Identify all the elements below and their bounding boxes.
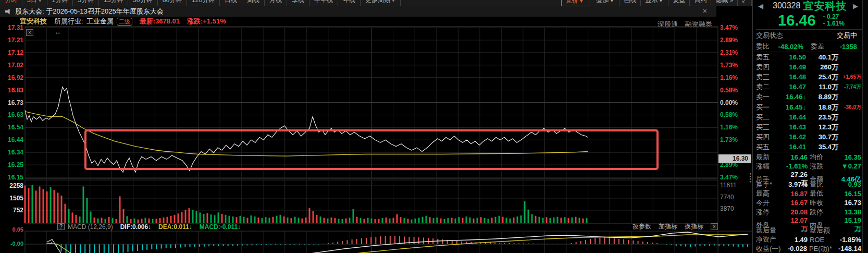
stat-row: 涨停20.08跌停13.38	[756, 208, 862, 217]
macd-close-icon[interactable]: ×	[711, 223, 718, 230]
price-tag: 16.30	[718, 154, 751, 163]
tab-1[interactable]: 5日▼	[22, 0, 47, 6]
percent-axis-label: 0.00%	[720, 99, 750, 106]
close-icon[interactable]: ×	[703, 7, 707, 15]
percent-axis-label: 2.89%	[720, 37, 750, 44]
tab-11[interactable]: 季线	[287, 0, 309, 6]
link-margin-trading[interactable]: 融资融券	[685, 20, 712, 29]
intraday-chart[interactable]	[0, 0, 752, 253]
order-level-row[interactable]: 买二16.4423.5万	[756, 112, 862, 122]
tab-12[interactable]: 半年线	[309, 0, 338, 6]
volume-axis-label: 2258	[0, 182, 23, 189]
percent-axis-label: 3.47%	[720, 174, 750, 181]
tab-9[interactable]: 周线	[242, 0, 265, 6]
percent-axis-label: 1.73%	[720, 136, 750, 143]
delta-value: +1.65万	[838, 74, 862, 81]
percent-axis-label: 1.16%	[720, 124, 750, 131]
stat-row: 换手*3.97%量比0.93	[756, 180, 862, 189]
chart-close-icon[interactable]: ×	[26, 29, 33, 36]
announcement-bar: 股东大会: 于2026-05-13召开2025年年度股东大会 ×	[0, 6, 716, 17]
price-change-pct: - 1.61%	[823, 20, 845, 27]
announcement-text: 股东大会: 于2026-05-13召开2025年年度股东大会	[15, 7, 164, 16]
toolbar-button-2[interactable]: 画线	[619, 0, 641, 6]
toolbar-button-3[interactable]: 显示▼	[641, 0, 668, 6]
stock-name: 宜安科技	[20, 17, 47, 26]
weicha-value: -1358	[827, 43, 862, 51]
period-tabs: 分时5日▼1分钟5分钟15分钟30分钟60分钟120分钟日线周线月线季线半年线年…	[0, 0, 401, 6]
link-szse-connect[interactable]: 深股通	[658, 20, 678, 29]
stat-row: 盘后量—盘后额—	[756, 226, 862, 235]
stat-row: 总手27.26万金额4.46亿	[756, 171, 862, 180]
order-level-row[interactable]: 买五16.4135.4万	[756, 142, 862, 152]
change-params-button[interactable]: 改参数	[633, 222, 651, 231]
panel-drag-handle[interactable]: ●●●●	[749, 172, 751, 183]
period-toolbar: 分时5日▼1分钟5分钟15分钟30分钟60分钟120分钟日线周线月线季线半年线年…	[0, 0, 752, 6]
stat-row: 最新16.46均价16.35	[756, 152, 862, 162]
market-links: 深股通 融资融券	[658, 20, 712, 29]
price-axis-label: 16.15	[0, 174, 23, 181]
last-price: 16.46	[778, 12, 816, 29]
order-level-row[interactable]: 买四16.4230.7万	[756, 132, 862, 142]
order-level-row[interactable]: 卖三16.4825.4万+1.65万	[756, 72, 862, 82]
price-axis-label: 17.31	[0, 24, 23, 31]
tab-6[interactable]: 60分钟	[158, 0, 187, 6]
next-stock-button[interactable]: ▶	[851, 2, 860, 10]
volume-axis-label: 1505	[0, 195, 23, 202]
toolbar-button-0[interactable]: 竞价▼	[561, 0, 589, 6]
switch-indicator-button[interactable]: 换指标	[685, 222, 703, 231]
tab-5[interactable]: 30分钟	[128, 0, 157, 6]
ask-levels: 卖五16.5040.1万卖四16.49260万卖三16.4825.4万+1.65…	[756, 52, 862, 102]
price-axis-label: 17.02	[0, 62, 23, 69]
help-icon[interactable]: ?	[57, 223, 65, 230]
stock-app-window: 分时5日▼1分钟5分钟15分钟30分钟60分钟120分钟日线周线月线季线半年线年…	[0, 0, 868, 253]
price-axis-label: 16.34	[0, 149, 23, 156]
stat-rows: 最新16.46均价16.35涨幅-1.61%涨跌▼0.27总手27.26万金额4…	[756, 152, 862, 253]
tab-4[interactable]: 15分钟	[99, 0, 128, 6]
tab-10[interactable]: 月线	[265, 0, 287, 6]
tab-0[interactable]: 分时	[0, 0, 22, 6]
price-axis-label: 17.21	[0, 37, 23, 44]
status-label: 交易状态	[756, 31, 783, 40]
annotation-highlight-box	[84, 129, 659, 170]
stock-code: 300328	[773, 1, 800, 10]
tab-8[interactable]: 日线	[220, 0, 242, 6]
order-level-row[interactable]: 卖四16.49260万	[756, 62, 862, 72]
industry-label: 所属行业:	[54, 17, 83, 26]
toolbar-button-5[interactable]: 简约	[690, 0, 711, 6]
tab-14[interactable]: 更多周期▼	[361, 0, 401, 6]
stock-info-bar: 宜安科技 所属行业: 工业金属 二级 最新:3678.01 涨跌:+1.51%	[0, 17, 718, 26]
stat-row: 最高16.87最低16.15	[756, 189, 862, 198]
weibi-label: 委比	[756, 42, 774, 51]
tab-3[interactable]: 5分钟	[73, 0, 99, 6]
weicha-label: 委差	[809, 42, 827, 51]
drag-handle-icon[interactable]: ↔	[54, 28, 61, 36]
industry-level-badge[interactable]: 二级	[117, 18, 132, 26]
prev-stock-button[interactable]: ◀	[756, 2, 765, 10]
volume-axis-label: 752	[0, 207, 23, 214]
tab-13[interactable]: 年线	[338, 0, 361, 6]
status-value: 交易中	[837, 31, 857, 40]
toolbar-button-1[interactable]: 叠加▼	[592, 0, 620, 6]
order-level-row[interactable]: 卖一16.46↓8.89万	[756, 92, 862, 102]
order-level-row[interactable]: 买一16.45↓18.8万-36.0万	[756, 102, 862, 112]
price-axis-label: 16.54	[0, 124, 23, 131]
order-level-row[interactable]: 卖五16.5040.1万	[756, 52, 862, 62]
tab-7[interactable]: 120分钟	[187, 0, 220, 6]
volume-axis-label: 3870	[720, 205, 734, 212]
price-axis-label: 16.83	[0, 87, 23, 94]
chevron-down-icon: ▼	[658, 0, 664, 4]
chevron-down-icon: ▼	[38, 0, 42, 3]
industry-value[interactable]: 工业金属	[86, 17, 114, 26]
add-indicator-button[interactable]: 加指标	[659, 222, 677, 231]
percent-axis-label: 1.73%	[720, 62, 750, 69]
toolbar-button-6[interactable]: 隐藏 »	[711, 0, 738, 6]
order-level-row[interactable]: 卖二16.4711.0万-7.74万	[756, 82, 862, 92]
toolbar-button-7[interactable]: ⤢	[738, 0, 752, 6]
chevron-down-icon: ▼	[609, 0, 615, 4]
toolbar-button-4[interactable]: 复盘	[668, 0, 690, 6]
tab-2[interactable]: 1分钟	[47, 0, 73, 6]
percent-axis-label: 2.31%	[720, 49, 750, 56]
order-level-row[interactable]: 买三16.4312.3万	[756, 122, 862, 132]
macd-axis-zero: -0.00	[0, 240, 23, 247]
delta-value: -7.74万	[838, 83, 862, 91]
